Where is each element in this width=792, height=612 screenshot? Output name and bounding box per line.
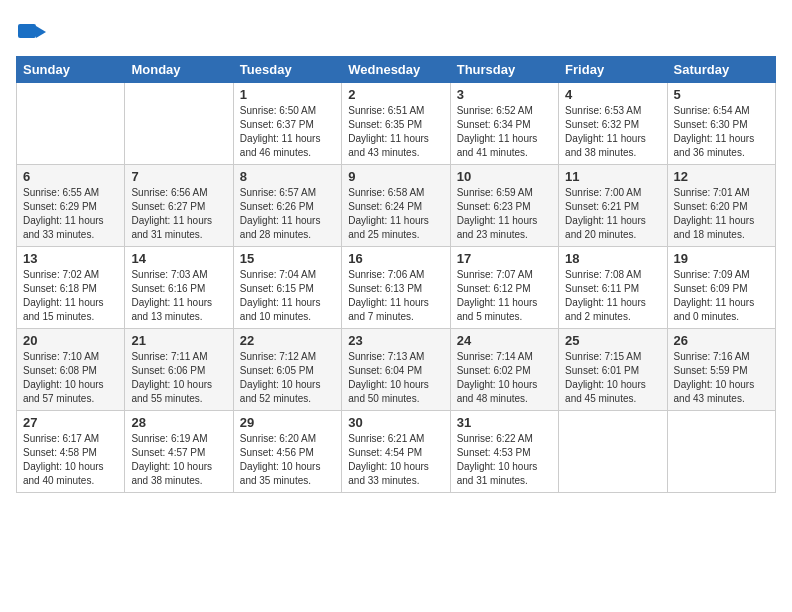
calendar-cell: 5Sunrise: 6:54 AM Sunset: 6:30 PM Daylig… (667, 83, 775, 165)
calendar-week-row: 6Sunrise: 6:55 AM Sunset: 6:29 PM Daylig… (17, 165, 776, 247)
day-info: Sunrise: 6:51 AM Sunset: 6:35 PM Dayligh… (348, 104, 443, 160)
calendar-cell (125, 83, 233, 165)
day-number: 21 (131, 333, 226, 348)
calendar-cell: 25Sunrise: 7:15 AM Sunset: 6:01 PM Dayli… (559, 329, 667, 411)
day-number: 26 (674, 333, 769, 348)
day-info: Sunrise: 7:01 AM Sunset: 6:20 PM Dayligh… (674, 186, 769, 242)
svg-rect-0 (18, 24, 36, 38)
calendar-cell: 11Sunrise: 7:00 AM Sunset: 6:21 PM Dayli… (559, 165, 667, 247)
day-info: Sunrise: 7:06 AM Sunset: 6:13 PM Dayligh… (348, 268, 443, 324)
day-number: 9 (348, 169, 443, 184)
header (16, 16, 776, 48)
day-number: 2 (348, 87, 443, 102)
calendar-table: SundayMondayTuesdayWednesdayThursdayFrid… (16, 56, 776, 493)
day-info: Sunrise: 6:59 AM Sunset: 6:23 PM Dayligh… (457, 186, 552, 242)
day-number: 30 (348, 415, 443, 430)
day-info: Sunrise: 6:54 AM Sunset: 6:30 PM Dayligh… (674, 104, 769, 160)
day-number: 19 (674, 251, 769, 266)
day-info: Sunrise: 7:02 AM Sunset: 6:18 PM Dayligh… (23, 268, 118, 324)
calendar-cell: 19Sunrise: 7:09 AM Sunset: 6:09 PM Dayli… (667, 247, 775, 329)
day-number: 25 (565, 333, 660, 348)
calendar-cell: 27Sunrise: 6:17 AM Sunset: 4:58 PM Dayli… (17, 411, 125, 493)
day-info: Sunrise: 7:15 AM Sunset: 6:01 PM Dayligh… (565, 350, 660, 406)
day-number: 29 (240, 415, 335, 430)
day-number: 1 (240, 87, 335, 102)
calendar-cell (667, 411, 775, 493)
day-info: Sunrise: 7:08 AM Sunset: 6:11 PM Dayligh… (565, 268, 660, 324)
weekday-header-saturday: Saturday (667, 57, 775, 83)
day-number: 11 (565, 169, 660, 184)
calendar-cell: 10Sunrise: 6:59 AM Sunset: 6:23 PM Dayli… (450, 165, 558, 247)
calendar-cell: 2Sunrise: 6:51 AM Sunset: 6:35 PM Daylig… (342, 83, 450, 165)
day-number: 6 (23, 169, 118, 184)
calendar-cell: 29Sunrise: 6:20 AM Sunset: 4:56 PM Dayli… (233, 411, 341, 493)
day-info: Sunrise: 7:14 AM Sunset: 6:02 PM Dayligh… (457, 350, 552, 406)
day-number: 17 (457, 251, 552, 266)
calendar-cell: 21Sunrise: 7:11 AM Sunset: 6:06 PM Dayli… (125, 329, 233, 411)
weekday-header-friday: Friday (559, 57, 667, 83)
day-number: 23 (348, 333, 443, 348)
day-info: Sunrise: 6:50 AM Sunset: 6:37 PM Dayligh… (240, 104, 335, 160)
day-info: Sunrise: 7:11 AM Sunset: 6:06 PM Dayligh… (131, 350, 226, 406)
day-info: Sunrise: 6:52 AM Sunset: 6:34 PM Dayligh… (457, 104, 552, 160)
day-number: 7 (131, 169, 226, 184)
calendar-cell: 3Sunrise: 6:52 AM Sunset: 6:34 PM Daylig… (450, 83, 558, 165)
day-info: Sunrise: 6:22 AM Sunset: 4:53 PM Dayligh… (457, 432, 552, 488)
day-number: 4 (565, 87, 660, 102)
calendar-cell: 6Sunrise: 6:55 AM Sunset: 6:29 PM Daylig… (17, 165, 125, 247)
calendar-cell: 31Sunrise: 6:22 AM Sunset: 4:53 PM Dayli… (450, 411, 558, 493)
day-info: Sunrise: 6:19 AM Sunset: 4:57 PM Dayligh… (131, 432, 226, 488)
day-number: 16 (348, 251, 443, 266)
calendar-cell: 22Sunrise: 7:12 AM Sunset: 6:05 PM Dayli… (233, 329, 341, 411)
calendar-cell: 12Sunrise: 7:01 AM Sunset: 6:20 PM Dayli… (667, 165, 775, 247)
day-number: 24 (457, 333, 552, 348)
calendar-cell: 16Sunrise: 7:06 AM Sunset: 6:13 PM Dayli… (342, 247, 450, 329)
day-info: Sunrise: 6:21 AM Sunset: 4:54 PM Dayligh… (348, 432, 443, 488)
calendar-cell: 14Sunrise: 7:03 AM Sunset: 6:16 PM Dayli… (125, 247, 233, 329)
day-info: Sunrise: 7:10 AM Sunset: 6:08 PM Dayligh… (23, 350, 118, 406)
day-number: 5 (674, 87, 769, 102)
calendar-week-row: 20Sunrise: 7:10 AM Sunset: 6:08 PM Dayli… (17, 329, 776, 411)
calendar-cell: 20Sunrise: 7:10 AM Sunset: 6:08 PM Dayli… (17, 329, 125, 411)
day-number: 3 (457, 87, 552, 102)
day-number: 28 (131, 415, 226, 430)
day-info: Sunrise: 7:13 AM Sunset: 6:04 PM Dayligh… (348, 350, 443, 406)
calendar-cell: 9Sunrise: 6:58 AM Sunset: 6:24 PM Daylig… (342, 165, 450, 247)
day-number: 14 (131, 251, 226, 266)
svg-marker-1 (36, 26, 46, 38)
day-number: 15 (240, 251, 335, 266)
day-info: Sunrise: 6:57 AM Sunset: 6:26 PM Dayligh… (240, 186, 335, 242)
day-info: Sunrise: 6:53 AM Sunset: 6:32 PM Dayligh… (565, 104, 660, 160)
day-number: 13 (23, 251, 118, 266)
calendar-cell (559, 411, 667, 493)
calendar-cell: 24Sunrise: 7:14 AM Sunset: 6:02 PM Dayli… (450, 329, 558, 411)
calendar-cell: 26Sunrise: 7:16 AM Sunset: 5:59 PM Dayli… (667, 329, 775, 411)
logo-icon (16, 16, 48, 48)
weekday-header-thursday: Thursday (450, 57, 558, 83)
calendar-cell: 4Sunrise: 6:53 AM Sunset: 6:32 PM Daylig… (559, 83, 667, 165)
day-info: Sunrise: 7:04 AM Sunset: 6:15 PM Dayligh… (240, 268, 335, 324)
calendar-cell: 13Sunrise: 7:02 AM Sunset: 6:18 PM Dayli… (17, 247, 125, 329)
day-info: Sunrise: 6:58 AM Sunset: 6:24 PM Dayligh… (348, 186, 443, 242)
day-number: 27 (23, 415, 118, 430)
calendar-cell: 18Sunrise: 7:08 AM Sunset: 6:11 PM Dayli… (559, 247, 667, 329)
weekday-header-monday: Monday (125, 57, 233, 83)
calendar-cell: 30Sunrise: 6:21 AM Sunset: 4:54 PM Dayli… (342, 411, 450, 493)
calendar-cell: 1Sunrise: 6:50 AM Sunset: 6:37 PM Daylig… (233, 83, 341, 165)
day-number: 31 (457, 415, 552, 430)
calendar-cell: 8Sunrise: 6:57 AM Sunset: 6:26 PM Daylig… (233, 165, 341, 247)
calendar-week-row: 13Sunrise: 7:02 AM Sunset: 6:18 PM Dayli… (17, 247, 776, 329)
calendar-cell: 15Sunrise: 7:04 AM Sunset: 6:15 PM Dayli… (233, 247, 341, 329)
day-number: 20 (23, 333, 118, 348)
calendar-week-row: 27Sunrise: 6:17 AM Sunset: 4:58 PM Dayli… (17, 411, 776, 493)
calendar-cell: 7Sunrise: 6:56 AM Sunset: 6:27 PM Daylig… (125, 165, 233, 247)
calendar-cell: 28Sunrise: 6:19 AM Sunset: 4:57 PM Dayli… (125, 411, 233, 493)
day-info: Sunrise: 7:07 AM Sunset: 6:12 PM Dayligh… (457, 268, 552, 324)
logo (16, 16, 50, 48)
day-info: Sunrise: 7:00 AM Sunset: 6:21 PM Dayligh… (565, 186, 660, 242)
day-info: Sunrise: 7:16 AM Sunset: 5:59 PM Dayligh… (674, 350, 769, 406)
weekday-header-sunday: Sunday (17, 57, 125, 83)
day-info: Sunrise: 7:09 AM Sunset: 6:09 PM Dayligh… (674, 268, 769, 324)
calendar-week-row: 1Sunrise: 6:50 AM Sunset: 6:37 PM Daylig… (17, 83, 776, 165)
day-number: 8 (240, 169, 335, 184)
